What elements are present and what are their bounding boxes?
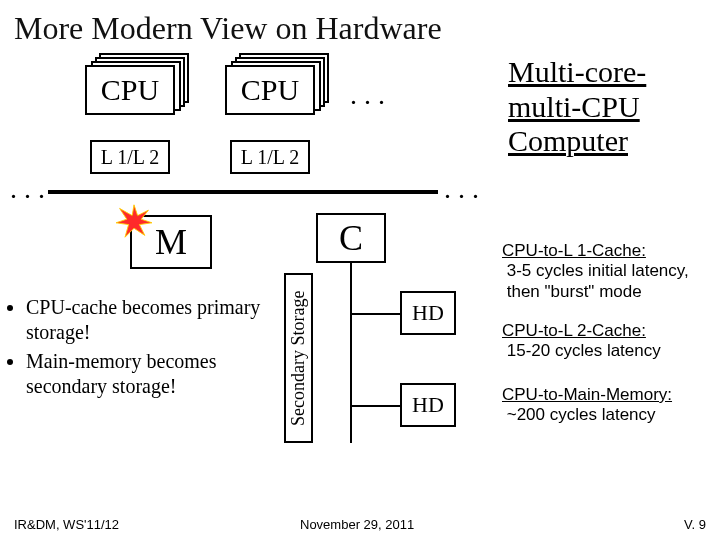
latency-mm: CPU-to-Main-Memory: ~200 cycles latency [502, 385, 672, 426]
cpu-label: CPU [225, 65, 315, 115]
bullet-list: CPU-cache becomes primary storage! Main-… [8, 295, 268, 403]
right-ellipsis: . . . [444, 173, 479, 205]
cpu-label: CPU [85, 65, 175, 115]
hd-box-1: HD [400, 291, 456, 335]
l1l2-cache-2: L 1/L 2 [230, 140, 310, 174]
bus-divider [48, 190, 438, 194]
connector [350, 273, 352, 443]
connector [350, 405, 400, 407]
svg-marker-0 [116, 205, 152, 237]
l1l2-cache-1: L 1/L 2 [90, 140, 170, 174]
bullet-2: Main-memory becomes secondary storage! [26, 349, 268, 399]
footer-center: November 29, 2011 [300, 517, 414, 532]
latency-l1: CPU-to-L 1-Cache: 3-5 cycles initial lat… [502, 241, 689, 302]
controller-box: C [316, 213, 386, 263]
connector [350, 313, 400, 315]
diagram: CPU CPU . . . L 1/L 2 L 1/L 2 Multi-core… [0, 55, 720, 495]
latency-l2: CPU-to-L 2-Cache: 15-20 cycles latency [502, 321, 661, 362]
slide-title: More Modern View on Hardware [0, 0, 720, 47]
footer-left: IR&DM, WS'11/12 [14, 517, 119, 532]
explosion-icon [116, 203, 152, 239]
footer-right: V. 9 [684, 517, 706, 532]
bullet-1: CPU-cache becomes primary storage! [26, 295, 268, 345]
connector [350, 263, 352, 273]
left-ellipsis: . . . [10, 173, 45, 205]
system-label: Multi-core- multi-CPU Computer [508, 55, 646, 159]
secondary-storage-label: Secondary Storage [284, 273, 313, 443]
cpu-ellipsis: . . . [350, 79, 385, 111]
hd-box-2: HD [400, 383, 456, 427]
